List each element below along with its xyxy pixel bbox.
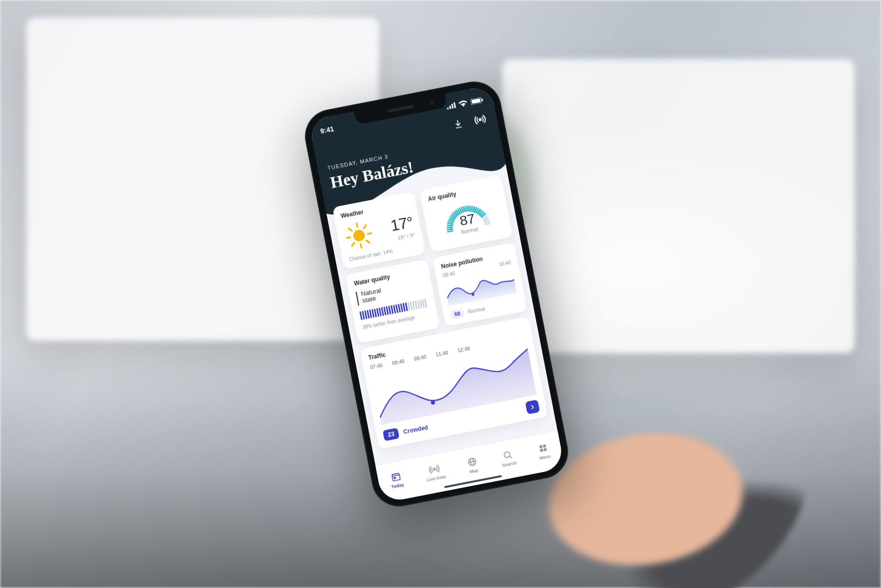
download-button[interactable]: [450, 116, 466, 132]
svg-line-17: [448, 231, 453, 232]
noise-value-badge: 68: [450, 308, 465, 319]
svg-line-10: [361, 244, 361, 248]
svg-rect-0: [447, 107, 449, 109]
status-time: 9:41: [320, 125, 335, 135]
svg-rect-5: [471, 98, 481, 104]
traffic-next-button[interactable]: [525, 399, 540, 414]
tab-today-label: Today: [391, 482, 404, 490]
tab-menu-label: Menu: [539, 453, 551, 460]
svg-rect-51: [392, 473, 400, 481]
svg-line-9: [357, 223, 357, 227]
svg-line-16: [352, 243, 355, 246]
cellular-icon: [446, 102, 456, 110]
search-icon: [501, 449, 514, 461]
broadcast-icon: [428, 463, 441, 475]
svg-rect-62: [540, 448, 543, 451]
svg-line-19: [447, 227, 452, 229]
svg-rect-60: [540, 445, 543, 448]
tab-search[interactable]: Search: [500, 448, 517, 468]
traffic-time-0: 07:40: [370, 363, 383, 371]
tab-today[interactable]: Today: [389, 470, 404, 489]
noise-card[interactable]: Noise pollution 08:40 10:40: [433, 242, 527, 327]
svg-line-18: [447, 229, 452, 230]
traffic-time-2: 09:40: [414, 354, 427, 362]
home-indicator[interactable]: [444, 475, 502, 488]
svg-line-32: [464, 207, 465, 212]
tab-map[interactable]: Map: [466, 455, 480, 474]
traffic-status: Crowded: [403, 424, 429, 435]
svg-line-14: [366, 240, 369, 243]
traffic-time-4: 12:40: [457, 346, 470, 353]
svg-line-35: [469, 206, 471, 211]
svg-point-7: [479, 118, 481, 121]
svg-line-11: [347, 237, 350, 238]
svg-line-12: [368, 233, 371, 234]
svg-rect-61: [543, 444, 546, 448]
globe-icon: [466, 455, 479, 468]
svg-rect-1: [449, 105, 451, 109]
svg-line-59: [509, 456, 512, 458]
svg-point-54: [434, 468, 436, 470]
temperature-value: 17°: [389, 213, 415, 235]
svg-line-57: [469, 461, 476, 462]
sun-icon: [342, 219, 376, 252]
svg-line-20: [447, 224, 452, 227]
svg-line-48: [485, 223, 490, 224]
svg-rect-6: [481, 98, 483, 101]
water-quality-card[interactable]: Water quality Natural state 30% better t…: [345, 259, 440, 344]
tab-menu[interactable]: Menu: [537, 442, 551, 461]
svg-line-15: [363, 225, 366, 228]
svg-line-52: [392, 474, 400, 476]
battery-icon: [470, 97, 484, 105]
traffic-value-badge: 23: [382, 428, 400, 441]
svg-rect-2: [451, 104, 454, 109]
broadcast-button[interactable]: [472, 112, 488, 128]
svg-rect-53: [394, 476, 396, 479]
noise-time-end: 10:40: [499, 260, 512, 268]
status-indicators: [446, 97, 484, 110]
svg-line-13: [349, 228, 352, 231]
tab-live-label: Live Data: [426, 474, 446, 482]
traffic-time-3: 11:40: [435, 350, 448, 358]
noise-time-start: 08:40: [442, 271, 456, 278]
svg-point-8: [352, 229, 366, 242]
grid-icon: [537, 442, 550, 454]
tab-map-label: Map: [469, 468, 479, 474]
traffic-title: Traffic: [368, 351, 386, 361]
noise-status: Normal: [467, 306, 485, 315]
tab-search-label: Search: [501, 460, 517, 468]
svg-rect-3: [454, 102, 456, 108]
traffic-time-1: 08:40: [392, 358, 405, 366]
svg-line-33: [465, 206, 466, 211]
svg-point-58: [504, 451, 511, 458]
wifi-icon: [458, 100, 468, 107]
tab-live-data[interactable]: Live Data: [424, 462, 446, 482]
svg-line-47: [484, 221, 489, 223]
today-icon: [390, 470, 402, 483]
svg-rect-63: [543, 448, 547, 451]
svg-line-34: [467, 206, 469, 211]
